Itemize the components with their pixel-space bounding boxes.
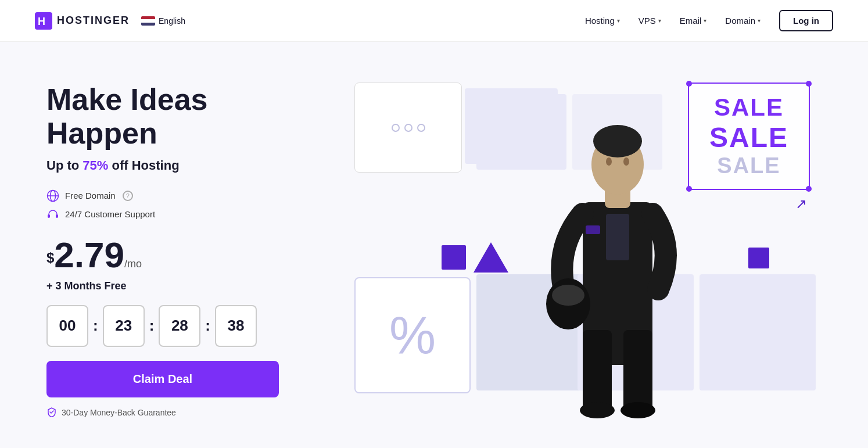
feature-support: 24/7 Customer Support [46, 208, 325, 221]
nav-item-hosting[interactable]: Hosting ▾ [585, 16, 620, 26]
page-title: Make Ideas Happen [46, 83, 325, 149]
hero-illustration: % SALE SALE SALE ↗ [349, 77, 822, 425]
nav-item-email[interactable]: Email ▾ [680, 16, 707, 26]
countdown-seconds-ones: 38 [215, 305, 257, 347]
sale-corner-tr [806, 81, 812, 87]
price-section: $2.79/mo [46, 237, 325, 273]
hero-content: Make Ideas Happen Up to 75% off Hosting … [46, 83, 325, 418]
logo[interactable]: H HOSTINGER [35, 12, 130, 30]
main-content: Make Ideas Happen Up to 75% off Hosting … [0, 42, 868, 448]
chevron-down-icon: ▾ [658, 17, 661, 24]
svg-rect-18 [606, 214, 629, 260]
features-list: Free Domain ? 24/7 Customer Support [46, 189, 325, 221]
language-selector[interactable]: English [141, 16, 185, 26]
chevron-down-icon: ▾ [704, 17, 706, 24]
shield-icon [46, 407, 57, 419]
logo-icon: H [35, 12, 52, 30]
svg-point-16 [606, 157, 612, 166]
feature-free-domain: Free Domain ? [46, 189, 325, 202]
cursor-icon: ↗ [795, 196, 807, 212]
triangle-decoration [474, 242, 508, 273]
svg-rect-5 [56, 214, 58, 218]
nav-right: Hosting ▾ VPS ▾ Email ▾ Domain ▾ Log in [585, 10, 833, 31]
countdown-separator-3: : [205, 317, 210, 335]
countdown-minutes: 23 [103, 305, 145, 347]
svg-rect-4 [48, 214, 50, 218]
person-svg [536, 98, 699, 423]
chevron-down-icon: ▾ [617, 17, 620, 24]
browser-dot-1 [392, 124, 400, 132]
svg-point-10 [620, 402, 655, 418]
countdown-seconds-tens: 28 [159, 305, 200, 347]
sale-text-1: SALE [714, 94, 784, 121]
logo-text: HOSTINGER [57, 15, 130, 27]
svg-rect-19 [586, 225, 600, 234]
price-display: $2.79/mo [46, 237, 325, 273]
months-free: + 3 Months Free [46, 280, 325, 292]
svg-rect-7 [583, 330, 612, 411]
svg-point-17 [623, 157, 629, 166]
claim-deal-button[interactable]: Claim Deal [46, 361, 279, 397]
sale-corner-br [806, 186, 812, 192]
svg-point-15 [593, 125, 642, 157]
svg-point-12 [552, 285, 584, 306]
subheadline: Up to 75% off Hosting [46, 158, 325, 173]
percent-symbol: % [389, 309, 436, 361]
navbar: H HOSTINGER English Hosting ▾ VPS ▾ Emai… [0, 0, 868, 42]
sale-corner-tl [686, 81, 692, 87]
chevron-down-icon: ▾ [758, 17, 761, 24]
sale-card: SALE SALE SALE [688, 83, 810, 190]
percent-card: % [354, 277, 471, 393]
bg-square-bottom-right [700, 274, 816, 390]
sale-text-3: SALE [717, 153, 780, 179]
svg-point-9 [580, 402, 615, 418]
browser-dot-3 [417, 124, 425, 132]
nav-item-vps[interactable]: VPS ▾ [639, 16, 661, 26]
browser-card [354, 83, 462, 173]
countdown-timer: 00 : 23 : 28 : 38 [46, 305, 325, 347]
globe-icon [46, 189, 59, 202]
purple-square-1 [442, 245, 466, 270]
purple-square-2 [748, 248, 769, 268]
svg-text:H: H [38, 16, 46, 27]
browser-dot-2 [404, 124, 413, 132]
countdown-separator-1: : [93, 317, 98, 335]
countdown-hours: 00 [46, 305, 88, 347]
svg-rect-8 [623, 330, 652, 411]
login-button[interactable]: Log in [779, 10, 833, 31]
flag-icon [141, 16, 155, 26]
info-icon[interactable]: ? [123, 191, 133, 201]
headset-icon [46, 208, 59, 221]
countdown-separator-2: : [149, 317, 155, 335]
nav-item-domain[interactable]: Domain ▾ [725, 16, 761, 26]
language-label: English [159, 16, 185, 26]
guarantee-text: 30-Day Money-Back Guarantee [46, 407, 325, 419]
person-figure [536, 98, 699, 425]
sale-text-2: SALE [709, 121, 788, 153]
nav-left: H HOSTINGER English [35, 12, 185, 30]
